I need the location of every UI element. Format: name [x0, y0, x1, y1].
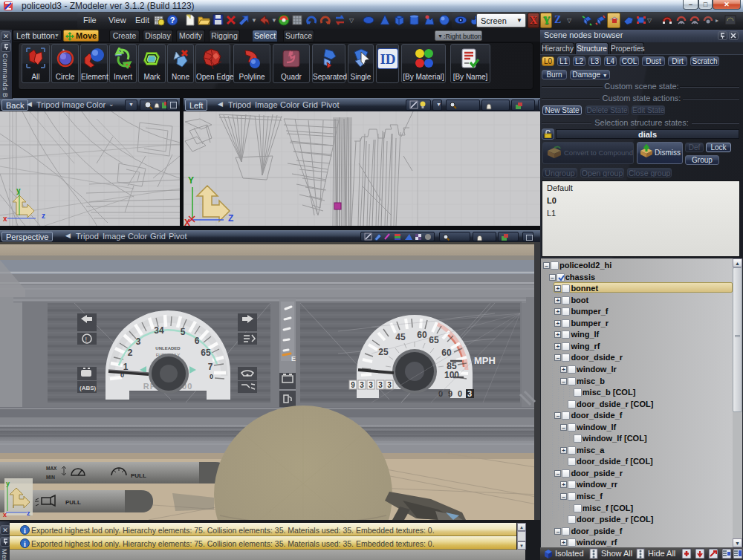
- svg-text:?: ?: [170, 16, 175, 25]
- svg-text:5: 5: [181, 327, 186, 337]
- svg-text:9: 9: [351, 381, 355, 389]
- svg-text:9: 9: [448, 389, 452, 398]
- svg-text:MAX: MAX: [46, 466, 57, 471]
- svg-text:45: 45: [395, 332, 406, 342]
- svg-text:3: 3: [369, 381, 373, 389]
- svg-text:25: 25: [378, 347, 389, 357]
- svg-text:Z: Z: [228, 213, 233, 224]
- svg-text:0: 0: [458, 389, 462, 398]
- svg-text:2: 2: [128, 348, 133, 358]
- svg-text:z: z: [42, 212, 45, 220]
- svg-text:z: z: [27, 509, 30, 517]
- svg-text:100: 100: [444, 370, 459, 380]
- svg-text:3: 3: [360, 381, 364, 389]
- svg-text:3: 3: [136, 336, 141, 347]
- svg-text:Y: Y: [188, 175, 194, 186]
- svg-text:y: y: [6, 480, 10, 487]
- svg-text:0: 0: [210, 373, 213, 380]
- svg-text:UNLEADED: UNLEADED: [155, 346, 181, 351]
- svg-text:7: 7: [208, 362, 213, 372]
- svg-text:34: 34: [154, 325, 164, 336]
- svg-text:i: i: [24, 527, 26, 535]
- svg-text:i: i: [24, 540, 26, 548]
- svg-text:3: 3: [467, 389, 472, 398]
- svg-text:3: 3: [387, 381, 392, 389]
- svg-text:0: 0: [438, 389, 443, 398]
- svg-text:65: 65: [201, 348, 211, 358]
- svg-text:x: x: [3, 215, 7, 223]
- svg-text:0: 0: [120, 371, 124, 379]
- svg-text:MIN: MIN: [46, 475, 55, 480]
- svg-text:(ABS): (ABS): [80, 385, 97, 391]
- svg-text:60: 60: [441, 348, 452, 358]
- svg-text:E: E: [291, 355, 296, 362]
- svg-text:ID: ID: [380, 51, 395, 67]
- svg-text:!: !: [85, 336, 88, 343]
- svg-text:3: 3: [378, 381, 383, 389]
- svg-text:6: 6: [195, 336, 200, 346]
- svg-text:y: y: [16, 186, 21, 195]
